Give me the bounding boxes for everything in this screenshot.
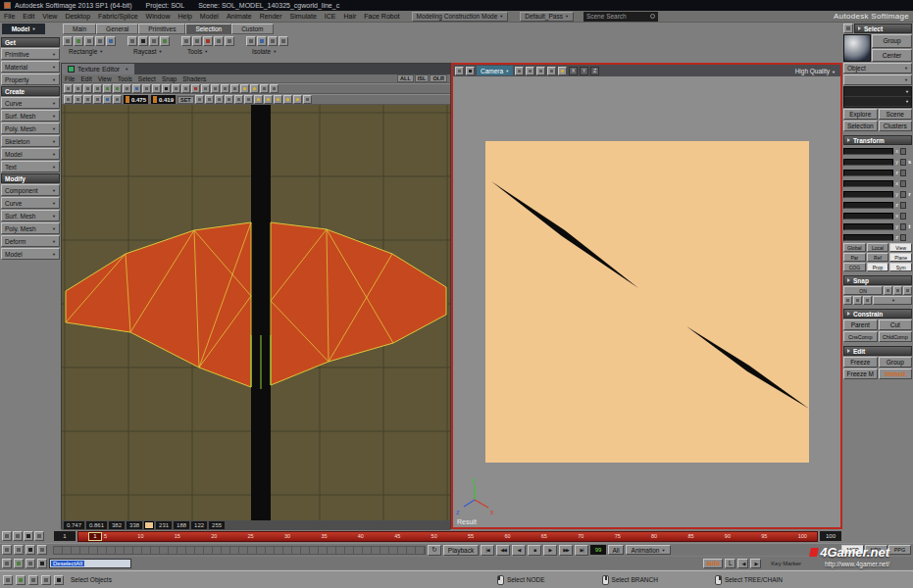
scale-tool-icon[interactable] — [203, 36, 213, 46]
te-align-right-icon[interactable] — [205, 95, 214, 104]
lock-icon[interactable] — [900, 223, 906, 230]
selection-combo-2[interactable] — [844, 97, 911, 107]
menu-item[interactable]: Help — [178, 13, 191, 20]
tab-custom[interactable]: Custom — [231, 24, 273, 34]
te-polygon-mode-icon[interactable] — [123, 84, 131, 93]
lock-icon[interactable] — [900, 234, 906, 241]
te-island-mode-icon[interactable] — [132, 84, 141, 93]
menu-item[interactable]: Model — [200, 13, 219, 20]
menu-item[interactable]: View — [42, 13, 57, 20]
local-button[interactable]: Local — [867, 243, 889, 252]
camera-view-dropdown[interactable]: Camera — [477, 66, 513, 75]
current-frame-field[interactable]: 99 — [590, 545, 606, 555]
memo-cam-c-icon[interactable] — [536, 67, 545, 75]
sidebar-item-material[interactable]: Material — [1, 61, 60, 73]
move-tool-icon[interactable] — [181, 36, 191, 46]
rotate-y-field[interactable] — [843, 191, 893, 198]
snap-curve-icon[interactable] — [843, 296, 852, 305]
transform-section-header[interactable]: Transform — [843, 135, 912, 145]
selection-button[interactable]: Selection — [843, 121, 878, 131]
te-flip-u-icon[interactable] — [113, 95, 122, 104]
cog-button[interactable]: COG — [843, 263, 866, 271]
sidebar-item-poly-mesh-modify[interactable]: Poly. Mesh — [1, 222, 60, 234]
timeline-lock-icon[interactable] — [13, 531, 23, 541]
group-button[interactable]: Group — [872, 34, 912, 48]
freeze-button[interactable]: Freeze — [843, 357, 878, 368]
ref-button[interactable]: Ref — [867, 253, 889, 262]
freeform-select-icon[interactable] — [84, 36, 94, 46]
menu-item[interactable]: Desktop — [65, 13, 90, 20]
sidebar-item-primitive[interactable]: Primitive — [1, 48, 60, 60]
isolate-selection-icon[interactable] — [246, 36, 256, 46]
te-cut-icon[interactable] — [191, 84, 200, 93]
te-align-top-icon[interactable] — [215, 95, 224, 104]
te-grid-icon[interactable] — [142, 84, 151, 93]
scale-x-field[interactable] — [843, 148, 893, 155]
te-smiley-display-icon[interactable] — [240, 84, 249, 93]
ghosting-icon[interactable] — [2, 545, 12, 555]
auto-key-toggle[interactable]: auto — [703, 559, 723, 568]
te-menu-item[interactable]: Edit — [80, 75, 91, 82]
flipbook-icon[interactable] — [25, 545, 35, 555]
section-header-get[interactable]: Get — [1, 37, 60, 47]
display-quality-dropdown[interactable]: High Quality — [795, 68, 838, 74]
scale-z-field[interactable] — [843, 170, 893, 176]
play-all-button[interactable]: All — [608, 545, 624, 555]
te-menu-item[interactable]: Select — [138, 75, 156, 82]
translate-y-field[interactable] — [843, 223, 893, 230]
camera-viewport[interactable]: Camera X Y Z High Quality x y z Res — [451, 63, 842, 529]
menu-item[interactable]: Face Robot — [364, 13, 399, 20]
u-value-field[interactable]: 0.475 — [124, 95, 148, 104]
loop-toggle-button[interactable] — [428, 545, 441, 556]
object-mode-icon[interactable] — [3, 575, 13, 585]
timeline-settings-icon[interactable] — [34, 531, 44, 541]
tab-selection[interactable]: Selection — [185, 24, 231, 34]
edit-section-header[interactable]: Edit — [843, 346, 912, 356]
uv-canvas-area[interactable] — [62, 105, 450, 520]
selection-filter-dropdown[interactable] — [843, 74, 912, 85]
sidebar-item-curve-modify[interactable]: Curve — [1, 197, 60, 209]
previous-key-button[interactable] — [737, 559, 748, 568]
next-key-button[interactable] — [750, 559, 761, 568]
viewport-resize-icon[interactable] — [455, 67, 464, 75]
te-align-bottom-icon[interactable] — [225, 95, 233, 104]
sidebar-item-property[interactable]: Property — [1, 74, 60, 85]
te-smiley-4-icon[interactable] — [283, 95, 292, 104]
sidebar-item-text[interactable]: Text — [1, 161, 60, 172]
te-pack-icon[interactable] — [244, 95, 253, 104]
te-unfold-icon[interactable] — [221, 84, 229, 93]
te-texture-display-icon[interactable] — [172, 84, 180, 93]
constrain-section-header[interactable]: Constrain — [843, 309, 912, 318]
play-button[interactable] — [543, 545, 557, 556]
te-smiley-5-icon[interactable] — [293, 95, 302, 104]
menu-item[interactable]: Edit — [23, 13, 34, 20]
axis-z-button[interactable]: Z — [590, 67, 599, 75]
rectangle-select-icon[interactable] — [106, 36, 116, 46]
animation-dropdown[interactable]: Animation — [626, 545, 671, 555]
rectangle-raycast-icon[interactable] — [138, 36, 148, 46]
te-distribute-icon[interactable] — [234, 95, 243, 104]
clusters-button[interactable]: Clusters — [879, 121, 913, 131]
te-menu-item[interactable]: View — [98, 75, 112, 82]
translate-z-field[interactable] — [843, 234, 893, 241]
view-button[interactable]: View — [889, 243, 912, 252]
set-uv-button[interactable]: SET — [178, 96, 194, 104]
object-filter-dropdown[interactable]: Object — [843, 63, 912, 74]
plot-icon[interactable] — [14, 545, 24, 555]
timeline-range-slider[interactable] — [53, 546, 426, 555]
texture-editor-tab[interactable]: Texture Editor — [62, 64, 134, 74]
hide-unselected-icon[interactable] — [257, 36, 267, 46]
snap-point-icon[interactable] — [893, 286, 902, 295]
immed-toggle-button[interactable]: Immed — [879, 368, 913, 379]
freeze-m-button[interactable]: Freeze M — [843, 368, 878, 379]
sidebar-item-surf-mesh-modify[interactable]: Surf. Mesh — [1, 210, 60, 221]
axis-x-button[interactable]: X — [569, 67, 578, 75]
rotate-z-field[interactable] — [843, 202, 893, 209]
te-checker-icon[interactable] — [162, 84, 171, 93]
lock-icon[interactable] — [900, 202, 906, 209]
raycast-select-icon[interactable] — [127, 36, 137, 46]
ray-mode-icon[interactable] — [149, 36, 159, 46]
menu-item[interactable]: Animate — [227, 13, 252, 20]
translate-x-field[interactable] — [843, 213, 893, 220]
tab-primitives[interactable]: Primitives — [138, 24, 185, 34]
